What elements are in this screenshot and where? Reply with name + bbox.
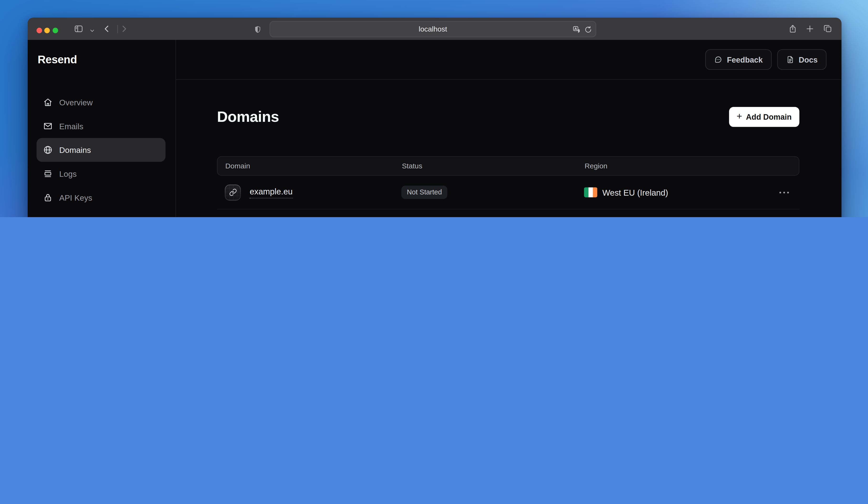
share-icon[interactable] <box>788 24 798 34</box>
privacy-shield-icon[interactable] <box>252 24 262 34</box>
column-domain: Domain <box>225 162 402 170</box>
chevron-down-icon[interactable] <box>87 26 97 36</box>
sidebar: Resend Overview <box>28 40 176 217</box>
sidebar-item-emails[interactable]: Emails <box>37 114 166 138</box>
domains-table: Domain Status Region <box>217 157 799 217</box>
forward-button[interactable] <box>119 24 129 34</box>
sidebar-toggle-icon[interactable] <box>74 24 84 34</box>
table-header: Domain Status Region <box>217 157 799 176</box>
add-domain-label: Add Domain <box>746 112 792 121</box>
minimize-window-button[interactable] <box>44 28 50 33</box>
link-icon <box>225 184 241 200</box>
sidebar-item-label: Domains <box>59 145 91 154</box>
feedback-button-label: Feedback <box>727 55 763 64</box>
desktop-wallpaper: localhost <box>0 0 868 217</box>
region-label: West EU (Ireland) <box>602 188 668 197</box>
reload-icon[interactable] <box>584 26 592 34</box>
domain-link[interactable]: example.eu <box>250 187 292 198</box>
address-bar[interactable]: localhost <box>270 21 596 37</box>
title-row: Domains + Add Domain <box>217 97 799 137</box>
arrows-up-down-icon <box>43 216 52 217</box>
stage: localhost <box>0 0 868 217</box>
close-window-button[interactable] <box>36 28 42 33</box>
column-region: Region <box>585 162 775 170</box>
home-icon <box>43 98 52 107</box>
main-header: Feedback Docs <box>176 40 841 80</box>
sidebar-item-webhooks[interactable]: Webhooks <box>37 210 166 217</box>
column-status: Status <box>402 162 585 170</box>
docs-button[interactable]: Docs <box>777 49 826 70</box>
browser-window: localhost <box>28 18 841 217</box>
lock-icon <box>43 193 52 202</box>
sidebar-item-domains[interactable]: Domains <box>37 138 166 162</box>
feedback-button[interactable]: Feedback <box>705 49 771 70</box>
sidebar-item-label: Logs <box>59 169 76 178</box>
new-tab-icon[interactable] <box>805 24 815 34</box>
sidebar-item-api-keys[interactable]: API Keys <box>37 185 166 210</box>
zoom-window-button[interactable] <box>52 28 58 33</box>
sidebar-item-label: Webhooks <box>59 217 97 217</box>
add-domain-button[interactable]: + Add Domain <box>729 107 799 127</box>
globe-icon <box>43 145 52 154</box>
back-button[interactable] <box>102 24 112 34</box>
resend-logo[interactable]: Resend <box>38 53 176 66</box>
sidebar-item-label: Overview <box>59 98 93 107</box>
table-row: example.com Not Started <box>217 210 799 217</box>
app-root: Resend Overview <box>28 40 841 217</box>
table-row: example.eu Not Started West EU (Ireland) <box>217 176 799 210</box>
status-badge: Not Started <box>401 186 447 199</box>
plus-icon: + <box>736 111 742 122</box>
docs-icon <box>786 56 794 64</box>
main-area: Feedback Docs Domains <box>176 40 841 217</box>
sidebar-item-label: API Keys <box>59 193 92 202</box>
sidebar-item-overview[interactable]: Overview <box>37 90 166 114</box>
page-title: Domains <box>217 107 279 127</box>
sidebar-nav: Overview Emails <box>28 90 175 217</box>
ireland-flag <box>584 188 597 198</box>
domains-page: Domains + Add Domain Domain Status Regio… <box>176 80 841 217</box>
address-bar-url: localhost <box>419 25 447 33</box>
titlebar-divider <box>117 25 118 33</box>
browser-titlebar: localhost <box>28 18 841 40</box>
docs-button-label: Docs <box>799 55 818 64</box>
row-menu-button[interactable] <box>776 187 792 198</box>
tab-overview-icon[interactable] <box>823 24 833 34</box>
sidebar-item-label: Emails <box>59 122 83 130</box>
feedback-icon <box>714 56 722 64</box>
sidebar-item-logs[interactable]: Logs <box>37 162 166 185</box>
translate-icon[interactable] <box>572 26 581 34</box>
mail-icon <box>43 121 52 131</box>
logs-icon <box>43 169 52 179</box>
